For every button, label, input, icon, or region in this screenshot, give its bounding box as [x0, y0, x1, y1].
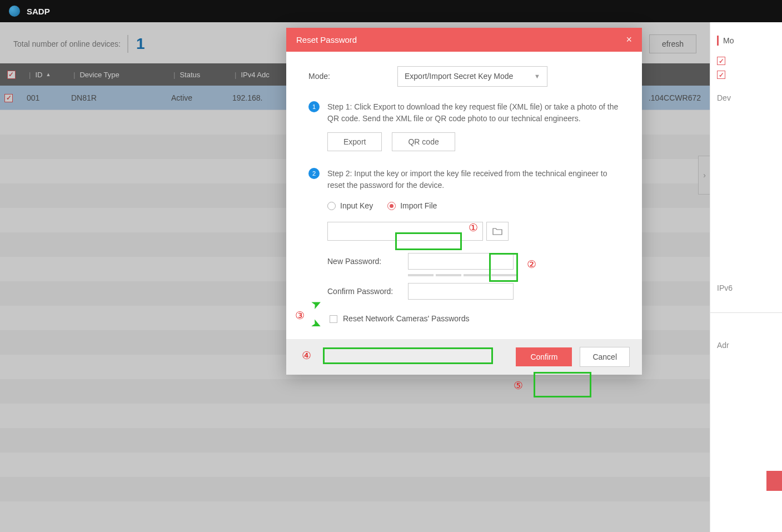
- input-key-radio-label: Input Key: [340, 200, 373, 212]
- key-file-path-input[interactable]: [327, 222, 483, 241]
- mode-dropdown[interactable]: Export/Import Secret Key Mode ▼: [397, 66, 547, 87]
- mode-label: Mode:: [308, 71, 397, 82]
- mode-dropdown-value: Export/Import Secret Key Mode: [405, 71, 513, 82]
- close-icon[interactable]: ×: [626, 34, 632, 46]
- app-title: SADP: [27, 7, 50, 16]
- password-strength-meter: [408, 274, 620, 276]
- col-device-type[interactable]: |Device Type: [67, 71, 167, 79]
- app-logo-icon: [9, 6, 20, 17]
- select-all-checkbox[interactable]: [7, 71, 16, 79]
- chevron-right-icon: ›: [703, 171, 706, 180]
- reset-cameras-checkbox[interactable]: [330, 315, 337, 323]
- cell-type: DN81R: [67, 93, 167, 102]
- reset-cameras-label: Reset Network Cameras' Passwords: [343, 313, 470, 325]
- refresh-button[interactable]: efresh: [649, 34, 696, 53]
- qr-code-button[interactable]: QR code: [392, 132, 455, 151]
- accent-bar-icon: [717, 36, 719, 46]
- device-count-value: 1: [127, 35, 145, 53]
- radio-checked-icon: [387, 202, 396, 210]
- expand-sidebar-handle[interactable]: ›: [698, 156, 710, 195]
- detail-check-2[interactable]: [717, 71, 725, 79]
- col-id[interactable]: |ID▲: [22, 71, 67, 79]
- col-status[interactable]: |Status: [167, 71, 228, 79]
- detail-action-button[interactable]: [766, 471, 782, 491]
- dialog-footer: Confirm Cancel: [286, 339, 642, 375]
- detail-ipv6-label: IPv6: [717, 284, 775, 292]
- detail-device-label: Dev: [717, 93, 775, 102]
- folder-icon: [492, 227, 502, 235]
- step-1-badge: 1: [308, 101, 320, 112]
- confirm-password-label: Confirm Password:: [327, 286, 408, 297]
- app-titlebar: SADP: [0, 0, 782, 22]
- export-button[interactable]: Export: [327, 132, 382, 151]
- sort-asc-icon: ▲: [46, 72, 51, 77]
- browse-file-button[interactable]: [486, 222, 509, 241]
- device-count-label: Total number of online devices:: [13, 39, 121, 48]
- step-2-badge: 2: [308, 168, 320, 179]
- detail-admin-label: Adr: [717, 341, 775, 350]
- new-password-input[interactable]: [408, 253, 514, 270]
- cell-id: 001: [22, 93, 67, 102]
- step-1-text: Step 1: Click Export to download the key…: [327, 101, 620, 125]
- detail-header: Mo: [723, 36, 734, 45]
- confirm-password-input[interactable]: [408, 283, 514, 300]
- dialog-header: Reset Password ×: [286, 28, 642, 52]
- detail-check-1[interactable]: [717, 57, 725, 65]
- input-key-radio[interactable]: Input Key: [327, 200, 373, 212]
- dialog-title: Reset Password: [296, 35, 357, 44]
- row-checkbox[interactable]: [4, 94, 13, 102]
- cell-status: Active: [167, 93, 228, 102]
- radio-unchecked-icon: [327, 202, 336, 210]
- import-file-radio[interactable]: Import File: [387, 200, 437, 212]
- confirm-button[interactable]: Confirm: [516, 347, 572, 366]
- new-password-label: New Password:: [327, 256, 408, 267]
- step-2-text: Step 2: Input the key or import the key …: [327, 168, 620, 191]
- reset-password-dialog: Reset Password × Mode: Export/Import Sec…: [286, 28, 642, 375]
- cancel-button[interactable]: Cancel: [580, 347, 630, 367]
- chevron-down-icon: ▼: [534, 72, 540, 81]
- detail-panel: Mo Dev IPv6 Adr: [710, 22, 782, 532]
- import-file-radio-label: Import File: [400, 200, 437, 212]
